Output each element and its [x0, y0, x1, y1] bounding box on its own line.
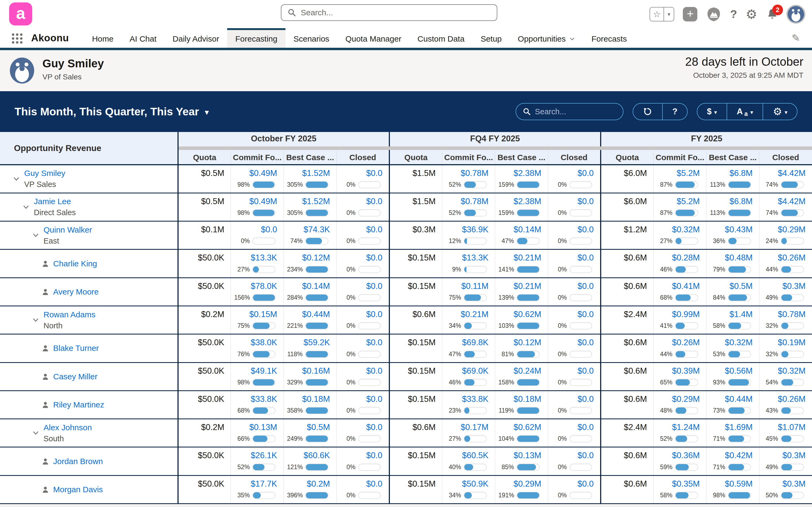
- cell-value[interactable]: $0.26M: [654, 335, 706, 347]
- nav-tab-daily-advisor[interactable]: Daily Advisor: [165, 28, 227, 48]
- cell-value[interactable]: $13.3K: [231, 250, 284, 263]
- chevron-down-icon[interactable]: [32, 316, 40, 324]
- global-search[interactable]: [281, 4, 497, 21]
- cell-value[interactable]: $0.21M: [442, 306, 495, 319]
- cell-value[interactable]: $69.8K: [442, 335, 495, 347]
- table-search[interactable]: [516, 103, 623, 120]
- cell-value[interactable]: $0.0: [337, 165, 389, 178]
- cell-value[interactable]: $0.44M: [706, 391, 759, 404]
- cell-value[interactable]: $0.3M: [759, 278, 812, 291]
- cell-value[interactable]: $50.9K: [442, 476, 495, 489]
- cell-value[interactable]: $69.0K: [442, 363, 495, 376]
- chevron-down-icon[interactable]: [12, 175, 20, 183]
- nav-tab-scenarios[interactable]: Scenarios: [286, 28, 337, 48]
- chevron-down-icon[interactable]: [22, 203, 30, 211]
- cell-value[interactable]: $0.18M: [495, 391, 548, 404]
- cell-value[interactable]: $0.21M: [495, 278, 548, 291]
- cell-value[interactable]: $0.3M: [759, 447, 812, 460]
- cell-value[interactable]: $0.32M: [654, 222, 706, 234]
- cell-value[interactable]: $0.0: [548, 165, 600, 178]
- cell-value[interactable]: $2.38M: [495, 165, 548, 178]
- cell-value[interactable]: $0.14M: [284, 278, 337, 291]
- column-header-commit-fo[interactable]: Commit Fo...: [654, 150, 706, 165]
- cell-value[interactable]: $17.7K: [231, 476, 284, 489]
- cell-value[interactable]: $0.0: [548, 391, 600, 404]
- column-header-quota[interactable]: Quota: [178, 150, 231, 165]
- cell-value[interactable]: $0.12M: [495, 335, 548, 347]
- favorites-caret-icon[interactable]: ▾: [664, 7, 674, 21]
- chevron-down-icon[interactable]: [32, 231, 40, 239]
- cell-value[interactable]: $0.49M: [231, 193, 284, 206]
- cell-value[interactable]: $0.28M: [654, 250, 706, 263]
- cell-value[interactable]: $1.24M: [654, 419, 706, 432]
- cell-value[interactable]: $0.0: [337, 363, 389, 376]
- cell-value[interactable]: $0.3M: [759, 476, 812, 489]
- row-name-link[interactable]: Jordan Brown: [53, 457, 103, 466]
- cell-value[interactable]: $0.0: [231, 222, 284, 234]
- cell-value[interactable]: $0.11M: [442, 278, 495, 291]
- column-header-best-case[interactable]: Best Case ...: [495, 150, 548, 165]
- column-header-quota[interactable]: Quota: [389, 150, 442, 165]
- user-avatar[interactable]: [787, 6, 805, 23]
- edit-pencil-icon[interactable]: ✎: [792, 28, 812, 48]
- cell-value[interactable]: $0.48M: [706, 250, 759, 263]
- nav-tab-custom-data[interactable]: Custom Data: [409, 28, 472, 48]
- row-name-link[interactable]: Blake Turner: [53, 344, 99, 353]
- text-size-dropdown[interactable]: Aa ▾: [727, 104, 763, 120]
- cell-value[interactable]: $0.42M: [706, 447, 759, 460]
- cell-value[interactable]: $0.0: [337, 250, 389, 263]
- notifications-button[interactable]: 2: [766, 8, 779, 21]
- cell-value[interactable]: $0.0: [548, 447, 600, 460]
- cell-value[interactable]: $0.0: [337, 447, 389, 460]
- row-name-link[interactable]: Charlie King: [53, 259, 97, 268]
- cell-value[interactable]: $0.17M: [442, 419, 495, 432]
- cell-value[interactable]: $5.2M: [654, 165, 706, 178]
- cell-value[interactable]: $6.8M: [706, 193, 759, 206]
- cell-value[interactable]: $0.0: [548, 476, 600, 489]
- app-launcher-button[interactable]: [0, 28, 31, 48]
- cell-value[interactable]: $0.35M: [654, 476, 706, 489]
- cell-value[interactable]: $0.62M: [495, 419, 548, 432]
- cell-value[interactable]: $2.38M: [495, 193, 548, 206]
- row-name-link[interactable]: Avery Moore: [53, 287, 99, 296]
- cell-value[interactable]: $0.78M: [759, 306, 812, 319]
- refresh-button[interactable]: [633, 104, 662, 120]
- cell-value[interactable]: $0.5M: [706, 278, 759, 291]
- cell-value[interactable]: $0.2M: [284, 476, 337, 489]
- nav-tab-forecasting[interactable]: Forecasting: [227, 28, 286, 48]
- cell-value[interactable]: $33.8K: [231, 391, 284, 404]
- cell-value[interactable]: $0.0: [337, 193, 389, 206]
- cell-value[interactable]: $0.21M: [495, 250, 548, 263]
- cell-value[interactable]: $0.0: [548, 363, 600, 376]
- row-name-link[interactable]: Riley Martinez: [53, 400, 104, 409]
- column-header-closed[interactable]: Closed: [548, 150, 601, 165]
- cell-value[interactable]: $0.62M: [495, 306, 548, 319]
- cell-value[interactable]: $0.0: [337, 278, 389, 291]
- cell-value[interactable]: $0.0: [337, 222, 389, 234]
- help-icon[interactable]: ?: [730, 8, 737, 21]
- cell-value[interactable]: $13.3K: [442, 250, 495, 263]
- cell-value[interactable]: $6.8M: [706, 165, 759, 178]
- cell-value[interactable]: $0.19M: [759, 335, 812, 347]
- row-name-link[interactable]: Jamie Lee: [34, 197, 76, 206]
- trailhead-icon[interactable]: [706, 6, 721, 22]
- cell-value[interactable]: $0.29M: [654, 391, 706, 404]
- cell-value[interactable]: $0.0: [548, 250, 600, 263]
- cell-value[interactable]: $0.29M: [495, 476, 548, 489]
- cell-value[interactable]: $0.44M: [284, 306, 337, 319]
- cell-value[interactable]: $1.4M: [706, 306, 759, 319]
- cell-value[interactable]: $1.07M: [759, 419, 812, 432]
- nav-tab-setup[interactable]: Setup: [472, 28, 510, 48]
- horizontal-scrollbar[interactable]: [178, 146, 812, 150]
- column-header-closed[interactable]: Closed: [759, 150, 812, 165]
- cell-value[interactable]: $0.13M: [495, 447, 548, 460]
- cell-value[interactable]: $1.52M: [284, 193, 337, 206]
- column-header-commit-fo[interactable]: Commit Fo...: [231, 150, 284, 165]
- cell-value[interactable]: $0.78M: [442, 165, 495, 178]
- cell-value[interactable]: $0.0: [337, 476, 389, 489]
- global-search-input[interactable]: [301, 8, 491, 17]
- table-settings-dropdown[interactable]: ⚙ ▾: [763, 104, 797, 120]
- cell-value[interactable]: $38.0K: [231, 335, 284, 347]
- cell-value[interactable]: $0.56M: [706, 363, 759, 376]
- cell-value[interactable]: $74.3K: [284, 222, 337, 234]
